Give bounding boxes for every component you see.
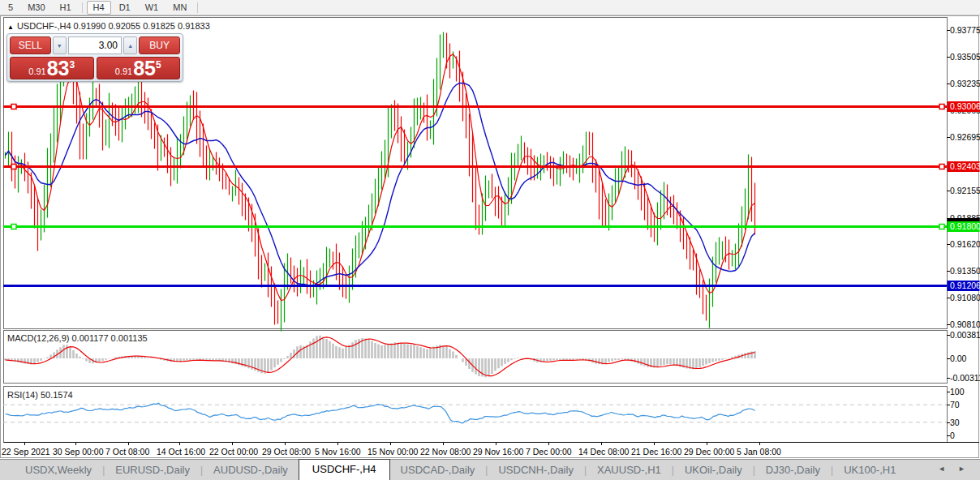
tab-ukoil-daily[interactable]: UKOil-,Daily xyxy=(674,461,753,480)
buy-button[interactable]: BUY xyxy=(139,36,180,54)
tab-dj30-daily[interactable]: DJ30-,Daily xyxy=(755,461,831,480)
level-price-label: 0.91206 xyxy=(950,281,980,290)
tab-scroll-left-icon[interactable]: ◄ xyxy=(938,465,945,473)
level-price-label: 0.92403 xyxy=(950,161,980,171)
sell-price-display[interactable]: 0.91 83 3 xyxy=(10,57,94,79)
time-axis-label: 15 Nov 00:00 xyxy=(368,447,418,456)
rsi-tick-label: 0 xyxy=(950,431,955,440)
time-axis-label: 29 Nov 16:00 xyxy=(473,447,523,456)
time-axis-label: 22 Sep 2021 xyxy=(2,447,50,456)
price-tick-label: 0.93235 xyxy=(950,79,980,88)
sell-price-sup: 3 xyxy=(70,59,75,71)
time-axis-label: 14 Dec 08:00 xyxy=(578,447,629,456)
level-line-handle[interactable] xyxy=(11,105,16,109)
price-tick-label: 0.90810 xyxy=(950,319,980,329)
price-tick-label: 0.92155 xyxy=(950,186,980,195)
time-axis[interactable]: 22 Sep 202130 Sep 00:007 Oct 08:0014 Oct… xyxy=(0,445,980,458)
tab-scroll-arrows: ◄ ► xyxy=(938,465,965,473)
time-axis-label: 30 Sep 00:00 xyxy=(53,447,103,456)
price-tick-label: 0.93775 xyxy=(950,25,980,35)
quote-header: ▲USDCHF-,H4 0.91990 0.92055 0.91825 0.91… xyxy=(7,21,210,31)
buy-price-sup: 5 xyxy=(156,59,161,71)
one-click-trading-widget: SELL ▼ ▲ BUY 0.91 83 3 0.91 85 5 xyxy=(6,33,183,82)
time-axis-label: 29 Oct 08:00 xyxy=(262,447,311,456)
rsi-label: RSI(14) 50.1574 xyxy=(7,390,73,400)
tab-uk100-h1[interactable]: UK100-,H1 xyxy=(833,461,906,480)
tab-audusd-daily[interactable]: AUDUSD-,Daily xyxy=(203,461,299,480)
time-axis-label: 7 Oct 08:00 xyxy=(105,447,149,456)
level-price-label: 0.93006 xyxy=(950,101,980,111)
buy-price-prefix: 0.91 xyxy=(115,66,132,76)
level-price-label: 0.91800 xyxy=(950,221,980,231)
symbol-tab-bar: USDX,Weekly|EURUSD-,Daily|AUDUSD-,DailyU… xyxy=(0,459,980,480)
tab-usdcnh-daily[interactable]: USDCNH-,Daily xyxy=(488,461,583,480)
level-line-handle[interactable] xyxy=(939,225,944,229)
level-line-handle[interactable] xyxy=(11,165,16,169)
macd-label: MACD(12,26,9) 0.001177 0.001135 xyxy=(7,333,148,343)
macd-tick-label: -0.003115 xyxy=(950,373,980,383)
tab-eurusd-daily[interactable]: EURUSD-,Daily xyxy=(105,461,200,480)
price-tick-label: 0.93505 xyxy=(950,52,980,62)
time-axis-label: 5 Jan 08:00 xyxy=(737,447,781,456)
price-tick-label: 0.91620 xyxy=(950,239,980,249)
level-line-handle[interactable] xyxy=(939,165,944,169)
sell-price-prefix: 0.91 xyxy=(28,66,45,76)
rsi-panel-frame xyxy=(4,387,948,443)
volume-input[interactable] xyxy=(68,36,122,54)
sell-price-big: 83 xyxy=(47,59,70,78)
time-axis-label: 7 Dec 00:00 xyxy=(526,447,572,456)
macd-tick-label: 0.00 xyxy=(950,354,967,363)
rsi-tick-label: 30 xyxy=(950,418,960,427)
tab-usdchf-h4[interactable]: USDCHF-,H4 xyxy=(299,459,390,480)
tab-scroll-right-icon[interactable]: ► xyxy=(958,465,965,473)
trading-terminal: 5M30H1H4D1W1MN 0.937750.935050.932350.92… xyxy=(0,0,980,480)
time-axis-label: 29 Dec 00:00 xyxy=(684,447,734,456)
volume-decrease-button[interactable]: ▼ xyxy=(53,36,67,54)
quote-header-text: USDCHF-,H4 0.91990 0.92055 0.91825 0.918… xyxy=(17,21,210,31)
time-axis-label: 22 Nov 08:00 xyxy=(420,447,471,456)
price-tick-label: 0.92695 xyxy=(950,132,980,142)
tab-xauusd-h1[interactable]: XAUUSD-,H1 xyxy=(587,461,672,480)
macd-tick-label: 0.003811 xyxy=(950,330,980,340)
buy-price-display[interactable]: 0.91 85 5 xyxy=(97,57,181,79)
tab-usdx-weekly[interactable]: USDX,Weekly xyxy=(15,461,102,480)
level-line-handle[interactable] xyxy=(939,105,944,109)
rsi-tick-label: 100 xyxy=(950,387,965,396)
level-line-handle[interactable] xyxy=(11,225,16,229)
time-axis-label: 14 Oct 16:00 xyxy=(157,447,205,456)
time-axis-label: 21 Dec 16:00 xyxy=(631,447,681,456)
buy-price-big: 85 xyxy=(133,59,156,78)
volume-increase-button[interactable]: ▲ xyxy=(123,36,137,54)
collapse-panel-icon[interactable]: ▲ xyxy=(7,24,14,31)
time-axis-label: 5 Nov 16:00 xyxy=(315,447,361,456)
tab-usdcad-daily[interactable]: USDCAD-,Daily xyxy=(390,461,486,480)
rsi-tick-label: 70 xyxy=(950,400,960,409)
price-tick-label: 0.91350 xyxy=(950,266,980,276)
time-axis-label: 22 Oct 00:00 xyxy=(209,447,258,456)
sell-button[interactable]: SELL xyxy=(10,36,51,54)
price-tick-label: 0.91080 xyxy=(950,293,980,302)
